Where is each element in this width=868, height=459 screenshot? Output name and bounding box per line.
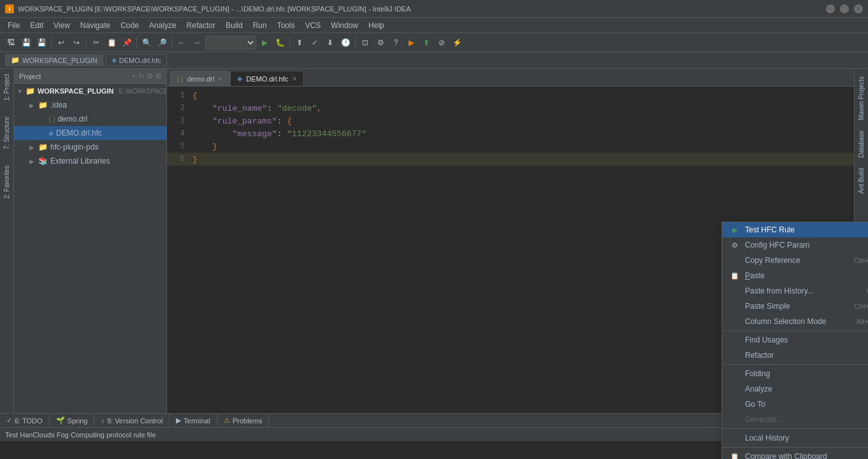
menu-help[interactable]: Help: [363, 20, 389, 31]
menu-tools[interactable]: Tools: [272, 20, 300, 31]
line-content-6: }: [190, 155, 854, 164]
bottom-tab-version-control[interactable]: ↑ 9: Version Control: [94, 414, 170, 428]
refactor-icon: [730, 350, 740, 360]
toolbar-history[interactable]: 🕐: [338, 36, 352, 50]
ctx-compare-clipboard[interactable]: 📋 Compare with Clipboard: [722, 449, 868, 459]
tree-root-workspace[interactable]: ▼ 📁 WORKSPACE_PLUGIN E:\WORKSPACE\WORKSP…: [14, 84, 166, 98]
tree-action-gear[interactable]: ⚙: [147, 72, 153, 80]
paste-history-icon: [730, 286, 740, 296]
menu-navigate[interactable]: Navigate: [75, 20, 115, 31]
go-to-icon: [730, 399, 740, 409]
ctx-paste-simple[interactable]: Paste Simple Ctrl+Alt+Shift+V: [722, 299, 868, 314]
todo-icon: ✓: [6, 416, 12, 425]
ctx-local-history[interactable]: Local History ›: [722, 430, 868, 446]
ctx-folding[interactable]: Folding ›: [722, 366, 868, 381]
maximize-button[interactable]: □: [840, 4, 849, 13]
ctx-copy-reference[interactable]: Copy Reference Ctrl+Alt+Shift+C: [722, 253, 868, 268]
toolbar-plugin3[interactable]: ⚡: [450, 36, 464, 50]
sidebar-database[interactable]: Database: [857, 125, 866, 163]
menu-code[interactable]: Code: [115, 20, 144, 31]
tree-item-ext-libs[interactable]: ▶ 📚 External Libraries: [14, 154, 166, 168]
sidebar-item-project[interactable]: 1: Project: [2, 69, 11, 106]
toolbar-vcs[interactable]: ⬆: [293, 36, 307, 50]
code-line-5: 5 }: [167, 140, 854, 153]
sidebar-item-favorites[interactable]: 2: Favorites: [2, 160, 11, 204]
toolbar-update[interactable]: ⬇: [323, 36, 337, 50]
tree-item-demo-drl[interactable]: ( ) demo.drl: [14, 112, 166, 126]
left-side-panel: 1: Project 7: Structure 2: Favorites: [0, 69, 14, 413]
toolbar-terminal[interactable]: ⊡: [358, 36, 372, 50]
toolbar-copy[interactable]: 📋: [105, 36, 119, 50]
toolbar-nav-back[interactable]: ←: [175, 36, 189, 50]
paste-simple-icon: [730, 301, 740, 311]
ctx-find-usages[interactable]: Find Usages Alt+F7: [722, 332, 868, 348]
toolbar-save-all[interactable]: 💾: [34, 36, 48, 50]
toolbar-settings[interactable]: ⚙: [373, 36, 387, 50]
toolbar-help[interactable]: ?: [389, 36, 403, 50]
toolbar-run2[interactable]: ▶: [404, 36, 418, 50]
tree-item-idea[interactable]: ▶ 📁 .idea: [14, 98, 166, 112]
tab-demo-drl[interactable]: ( ) demo.drl ✕: [170, 71, 230, 86]
menu-vcs[interactable]: VCS: [300, 20, 326, 31]
tab-demo-hfc-close[interactable]: ✕: [292, 75, 297, 82]
toolbar-run-config[interactable]: [205, 36, 256, 50]
menu-analyze[interactable]: Analyze: [144, 20, 182, 31]
ctx-paste[interactable]: 📋 Paste Ctrl+V: [722, 268, 868, 283]
idea-folder-icon: 📁: [38, 101, 48, 109]
sidebar-ant-build[interactable]: Ant Build: [857, 163, 866, 199]
tree-action-add[interactable]: +: [132, 72, 136, 80]
close-button[interactable]: ✕: [854, 4, 863, 13]
menu-window[interactable]: Window: [326, 20, 363, 31]
toolbar-find[interactable]: 🔍: [140, 36, 154, 50]
ctx-folding-label: Folding: [745, 369, 868, 378]
ctx-test-hfc-rule[interactable]: ▶ Test HFC Rule: [722, 222, 868, 237]
ctx-analyze[interactable]: Analyze ›: [722, 381, 868, 397]
toolbar-plugin2[interactable]: ⊘: [435, 36, 449, 50]
tree-action-sync[interactable]: ↻: [138, 72, 144, 80]
demo-hfc-tab[interactable]: ◈ DEMO.drl.hfc: [106, 54, 167, 66]
toolbar-debug[interactable]: 🐛: [273, 36, 287, 50]
ctx-refactor[interactable]: Refactor ›: [722, 348, 868, 363]
sidebar-item-structure[interactable]: 7: Structure: [2, 111, 11, 155]
toolbar-save[interactable]: 💾: [19, 36, 33, 50]
menu-refactor[interactable]: Refactor: [182, 20, 221, 31]
ctx-generate[interactable]: Generate... Alt+Insert: [722, 412, 868, 427]
line-num-3: 3: [167, 117, 190, 125]
bottom-tab-terminal[interactable]: ▶ Terminal: [170, 414, 217, 428]
menu-edit[interactable]: Edit: [25, 20, 48, 31]
tree-item-hfc-plugin[interactable]: ▶ 📁 hfc-plugin-pds: [14, 140, 166, 154]
bottom-tab-spring[interactable]: 🌱 Spring: [50, 414, 95, 428]
toolbar-cut[interactable]: ✂: [89, 36, 103, 50]
menu-build[interactable]: Build: [221, 20, 248, 31]
ctx-config-hfc-param[interactable]: ⚙ Config HFC Param: [722, 237, 868, 253]
toolbar-paste[interactable]: 📌: [120, 36, 134, 50]
bottom-tab-todo[interactable]: ✓ 6: TODO: [0, 414, 50, 428]
toolbar-run[interactable]: ▶: [257, 36, 271, 50]
toolbar-nav-forward[interactable]: →: [190, 36, 204, 50]
problems-icon: ⚠: [224, 416, 230, 425]
tree-action-expand[interactable]: ⊞: [156, 72, 161, 80]
toolbar-redo[interactable]: ↪: [69, 36, 83, 50]
menu-view[interactable]: View: [48, 20, 75, 31]
menu-run[interactable]: Run: [248, 20, 272, 31]
toolbar-commit[interactable]: ✓: [308, 36, 322, 50]
hfc-plugin-folder-icon: 📁: [38, 143, 48, 152]
ctx-column-selection[interactable]: Column Selection Mode Alt+Shift+Insert: [722, 314, 868, 329]
menu-file[interactable]: File: [3, 20, 25, 31]
tree-item-demo-hfc[interactable]: ◈ DEMO.drl.hfc: [14, 126, 166, 140]
workspace-plugin-tab[interactable]: 📁 WORKSPACE_PLUGIN: [5, 54, 103, 66]
sidebar-maven-projects[interactable]: Maven Projects: [857, 71, 866, 125]
ctx-paste-history[interactable]: Paste from History... Ctrl+Shift+V: [722, 283, 868, 299]
ctx-go-to[interactable]: Go To ›: [722, 397, 868, 412]
window-controls: ─ □ ✕: [826, 4, 863, 13]
tab-demo-hfc[interactable]: ◈ DEMO.drl.hfc ✕: [230, 71, 304, 86]
tree-expand-idea: ▶: [29, 102, 36, 109]
toolbar-plugin1[interactable]: ⬆: [419, 36, 433, 50]
tab-demo-drl-icon: ( ): [177, 75, 183, 83]
minimize-button[interactable]: ─: [826, 4, 835, 13]
workspace-folder-icon: 📁: [25, 87, 35, 95]
toolbar-undo[interactable]: ↩: [54, 36, 68, 50]
tab-demo-drl-close[interactable]: ✕: [218, 75, 223, 82]
toolbar-find-replace[interactable]: 🔎: [155, 36, 169, 50]
bottom-tab-problems[interactable]: ⚠ Problems: [217, 414, 269, 428]
